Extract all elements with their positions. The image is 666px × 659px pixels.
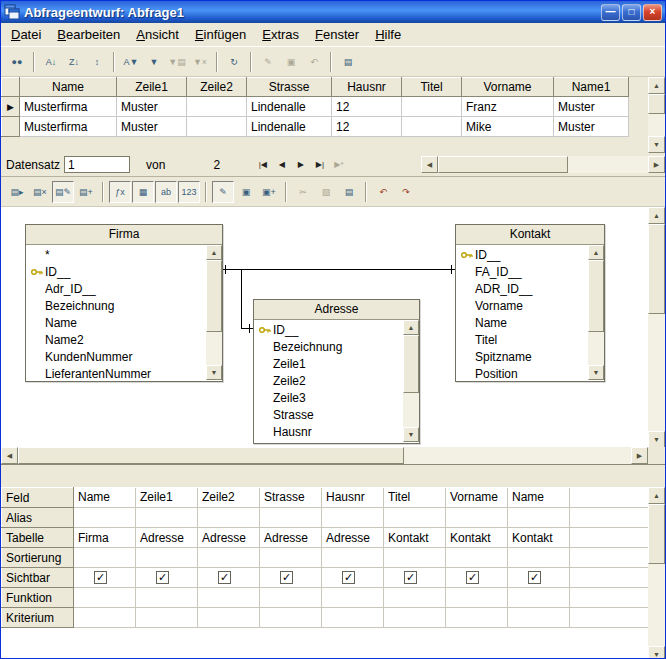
grid-cell[interactable] — [508, 608, 570, 628]
grid-cell[interactable]: Adresse — [198, 528, 260, 548]
copy-icon[interactable]: ▧ — [315, 181, 337, 203]
field-item[interactable]: Vorname — [456, 297, 588, 314]
grid-cell[interactable] — [446, 508, 508, 528]
scrollbar-track[interactable] — [648, 504, 665, 646]
visible-checkbox[interactable]: ✓ — [342, 571, 355, 584]
grid-cell[interactable]: ✓ — [136, 568, 198, 588]
paste-icon[interactable]: ▤ — [337, 51, 359, 73]
field-item[interactable]: ID__ — [254, 321, 403, 338]
grid-cell[interactable] — [508, 508, 570, 528]
scroll-left-icon[interactable]: ◀ — [1, 447, 18, 464]
grid-cell[interactable] — [136, 508, 198, 528]
table-cell[interactable] — [187, 117, 247, 137]
visible-checkbox[interactable]: ✓ — [218, 571, 231, 584]
apply-filter-icon[interactable]: ▼ — [143, 51, 165, 73]
sort-descending-icon[interactable]: Z↓ — [63, 51, 85, 73]
table-cell[interactable]: Lindenalle — [247, 97, 332, 117]
grid-cell[interactable]: Name — [74, 488, 136, 508]
grid-cell[interactable]: ✓ — [198, 568, 260, 588]
grid-cell[interactable] — [136, 548, 198, 568]
grid-cell[interactable]: ✓ — [508, 568, 570, 588]
grid-cell[interactable] — [322, 508, 384, 528]
design-canvas[interactable]: Firma * ID__ Adr_ID__ Bezeichnung Name N… — [1, 207, 648, 448]
field-item[interactable]: Name — [26, 314, 206, 331]
edit-data-icon[interactable]: ✎ — [257, 51, 279, 73]
scrollbar-track[interactable] — [648, 224, 665, 431]
grid-row-header[interactable]: Feld — [2, 488, 74, 508]
record-number-input[interactable] — [64, 156, 130, 173]
grid-cell[interactable] — [260, 548, 322, 568]
field-item[interactable]: ADR_ID__ — [456, 280, 588, 297]
first-record-button[interactable]: |◀ — [253, 156, 272, 174]
prev-record-button[interactable]: ◀ — [272, 156, 291, 174]
grid-cell[interactable]: Vorname — [446, 488, 508, 508]
grid-cell[interactable] — [508, 548, 570, 568]
design-vertical-scrollbar[interactable]: ▲ ▼ — [648, 207, 665, 448]
grid-cell[interactable]: ✓ — [74, 568, 136, 588]
row-selector-header[interactable] — [2, 78, 20, 97]
grid-cell[interactable]: ✓ — [384, 568, 446, 588]
functions-icon[interactable]: ƒx — [109, 181, 131, 203]
column-header[interactable]: Zeile1 — [117, 78, 187, 97]
field-item[interactable]: Zeile3 — [254, 389, 403, 406]
field-item[interactable]: Bezeichnung — [254, 338, 403, 355]
paste-icon[interactable]: ▤ — [338, 181, 360, 203]
scrollbar-thumb[interactable] — [648, 224, 665, 314]
grid-cell[interactable] — [198, 548, 260, 568]
grid-cell[interactable]: ✓ — [260, 568, 322, 588]
table-window-kontakt[interactable]: Kontakt ID__ FA_ID__ ADR_ID__ Vorname Na… — [455, 224, 605, 382]
grid-cell[interactable]: Adresse — [136, 528, 198, 548]
save-icon[interactable]: ▣ — [235, 181, 257, 203]
table-title[interactable]: Firma — [26, 225, 222, 245]
field-item[interactable]: Zeile2 — [254, 372, 403, 389]
column-header[interactable]: Zeile2 — [187, 78, 247, 97]
table-cell[interactable]: Muster — [117, 117, 187, 137]
add-table-icon[interactable]: ▤+ — [75, 181, 97, 203]
grid-cell[interactable] — [508, 588, 570, 608]
column-header[interactable]: Name1 — [554, 78, 629, 97]
next-record-button[interactable]: ▶ — [291, 156, 310, 174]
scrollbar-track[interactable] — [588, 260, 604, 365]
scroll-down-icon[interactable]: ▼ — [403, 427, 419, 442]
distinct-values-icon[interactable]: 123 — [178, 181, 200, 203]
table-cell[interactable]: Mike — [462, 117, 554, 137]
table-window-adresse[interactable]: Adresse ID__ Bezeichnung Zeile1 Zeile2 Z… — [253, 299, 420, 444]
edit-icon[interactable]: ✎ — [212, 181, 234, 203]
table-cell[interactable] — [187, 97, 247, 117]
table-cell[interactable]: Franz — [462, 97, 554, 117]
grid-cell[interactable] — [74, 588, 136, 608]
scrollbar-track[interactable] — [206, 260, 222, 365]
grid-cell[interactable] — [570, 508, 649, 528]
redo-icon[interactable]: ↷ — [395, 181, 417, 203]
results-horizontal-scrollbar[interactable]: ◀ ▶ — [421, 156, 665, 173]
table-cell[interactable]: Lindenalle — [247, 117, 332, 137]
scrollbar-thumb[interactable] — [403, 335, 419, 393]
grid-row-header[interactable]: Funktion — [2, 588, 74, 608]
run-query-icon[interactable]: ▤▸ — [6, 181, 28, 203]
scrollbar-thumb[interactable] — [648, 94, 665, 114]
grid-row-header[interactable]: Tabelle — [2, 528, 74, 548]
grid-row-header[interactable]: Sortierung — [2, 548, 74, 568]
grid-row-header[interactable]: Kriterium — [2, 608, 74, 628]
join-line-firma-adresse[interactable] — [241, 269, 242, 329]
grid-cell[interactable] — [570, 528, 649, 548]
clear-query-icon[interactable]: ▤× — [29, 181, 51, 203]
grid-cell[interactable] — [322, 588, 384, 608]
grid-cell[interactable] — [260, 588, 322, 608]
refresh-icon[interactable]: ↻ — [223, 51, 245, 73]
grid-cell[interactable] — [570, 548, 649, 568]
field-item[interactable]: FA_ID__ — [456, 263, 588, 280]
field-item[interactable]: Name — [456, 314, 588, 331]
scroll-down-icon[interactable]: ▼ — [648, 646, 665, 659]
save-record-icon[interactable]: ▣ — [280, 51, 302, 73]
row-selector[interactable]: ▶ — [2, 97, 20, 117]
titlebar[interactable]: Abfrageentwurf: Abfrage1 — □ × — [1, 1, 665, 23]
scrollbar-track[interactable] — [438, 156, 648, 173]
grid-cell[interactable]: ✓ — [322, 568, 384, 588]
field-item[interactable]: LieferantenNummer — [26, 365, 206, 380]
sort-ascending-icon[interactable]: A↓ — [40, 51, 62, 73]
save-as-icon[interactable]: ▣+ — [258, 181, 280, 203]
table-name-icon[interactable]: ▦ — [132, 181, 154, 203]
scrollbar-thumb[interactable] — [206, 260, 222, 332]
table-cell[interactable]: Musterfirma — [20, 117, 117, 137]
